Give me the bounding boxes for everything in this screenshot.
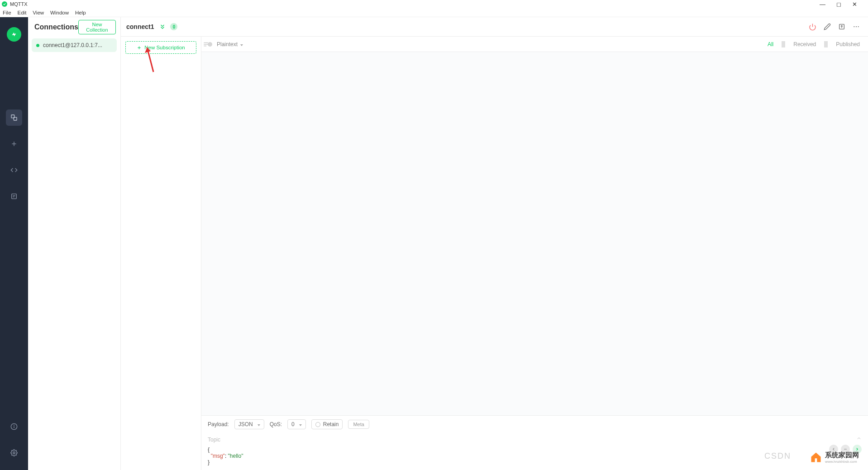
app-icon <box>2 1 7 7</box>
connections-panel: Connections New Collection connect1@127.… <box>28 17 121 470</box>
subscription-count-badge: 0 <box>170 23 177 30</box>
expand-payload-icon[interactable] <box>856 435 862 443</box>
export-button[interactable] <box>838 23 845 30</box>
retain-label: Retain <box>323 421 339 427</box>
edit-connection-button[interactable] <box>824 23 831 30</box>
qos-select[interactable]: 0 <box>287 419 306 429</box>
panel-title: Connections <box>34 23 78 31</box>
app-logo <box>7 27 21 42</box>
disconnect-button[interactable] <box>809 23 816 31</box>
svg-point-9 <box>14 425 14 426</box>
active-connection-name: connect1 <box>126 23 154 30</box>
code-text: "hello" <box>228 453 243 459</box>
window-maximize-button[interactable]: ◻ <box>836 1 841 8</box>
collapse-subscriptions-icon[interactable] <box>203 41 209 49</box>
menu-view[interactable]: View <box>33 10 44 15</box>
svg-point-16 <box>858 26 859 27</box>
nav-log[interactable] <box>6 188 22 204</box>
window-titlebar: MQTTX — ◻ ✕ <box>0 0 868 8</box>
nav-connections[interactable] <box>6 109 22 126</box>
payload-format-select[interactable]: JSON <box>234 419 264 429</box>
nav-scripts[interactable] <box>6 162 22 178</box>
collapse-all-icon[interactable] <box>159 24 166 30</box>
menu-help[interactable]: Help <box>75 10 86 15</box>
chevron-down-icon <box>239 41 243 47</box>
message-toolbar: Plaintext All Received Published <box>201 37 868 52</box>
chevron-down-icon <box>298 421 302 427</box>
svg-point-15 <box>856 26 857 27</box>
code-text: { <box>208 446 210 453</box>
divider <box>824 41 828 47</box>
payload-format-label: Payload: <box>208 421 229 427</box>
content-area: connect1 0 <box>121 17 868 470</box>
message-list <box>201 52 868 415</box>
connection-item[interactable]: connect1@127.0.0.1:7... <box>32 38 117 52</box>
menu-window[interactable]: Window <box>50 10 69 15</box>
radio-icon <box>315 422 320 427</box>
menu-file[interactable]: File <box>3 10 11 15</box>
svg-point-10 <box>13 452 15 454</box>
menu-edit[interactable]: Edit <box>18 10 27 15</box>
window-close-button[interactable]: ✕ <box>852 1 857 8</box>
topic-input[interactable] <box>208 435 862 445</box>
divider <box>782 41 785 47</box>
filter-tab-all[interactable]: All <box>766 41 775 47</box>
filter-tab-published[interactable]: Published <box>834 41 862 47</box>
meta-button[interactable]: Meta <box>348 420 369 429</box>
publish-panel: Payload: JSON QoS: 0 Retain <box>201 415 868 470</box>
retain-toggle[interactable]: Retain <box>311 419 343 429</box>
history-clear-button[interactable] <box>841 445 850 454</box>
history-prev-button[interactable] <box>829 445 838 454</box>
payload-editor[interactable]: { "msg": "hello" } <box>201 446 868 470</box>
subscriptions-panel: New Subscription <box>121 37 201 470</box>
code-text: } <box>208 459 210 465</box>
plus-icon <box>137 45 142 50</box>
chevron-down-icon <box>257 421 260 427</box>
payload-display-format-label: Plaintext <box>217 41 238 47</box>
content-header: connect1 0 <box>121 17 868 37</box>
svg-rect-4 <box>12 194 17 199</box>
new-subscription-label: New Subscription <box>144 45 185 50</box>
payload-display-format-dropdown[interactable]: Plaintext <box>217 41 243 47</box>
window-minimize-button[interactable]: — <box>820 1 825 8</box>
send-button[interactable] <box>853 445 862 454</box>
svg-point-14 <box>854 26 854 27</box>
nav-rail <box>0 17 28 470</box>
nav-settings[interactable] <box>6 445 22 461</box>
status-dot-connected-icon <box>36 44 39 47</box>
new-collection-button[interactable]: New Collection <box>78 20 116 34</box>
filter-tab-received[interactable]: Received <box>792 41 818 47</box>
menubar: File Edit View Window Help <box>0 8 868 17</box>
nav-new[interactable] <box>6 136 22 152</box>
qos-label: QoS: <box>270 421 282 427</box>
new-subscription-button[interactable]: New Subscription <box>125 41 196 54</box>
code-text: : <box>225 453 228 459</box>
more-options-button[interactable] <box>853 23 860 30</box>
message-area: Plaintext All Received Published Payload… <box>201 37 868 470</box>
payload-format-value: JSON <box>238 421 253 427</box>
code-text: "msg" <box>211 453 225 459</box>
window-title: MQTTX <box>10 1 28 7</box>
nav-about[interactable] <box>6 418 22 435</box>
qos-value: 0 <box>291 421 295 427</box>
connection-item-label: connect1@127.0.0.1:7... <box>43 42 102 48</box>
